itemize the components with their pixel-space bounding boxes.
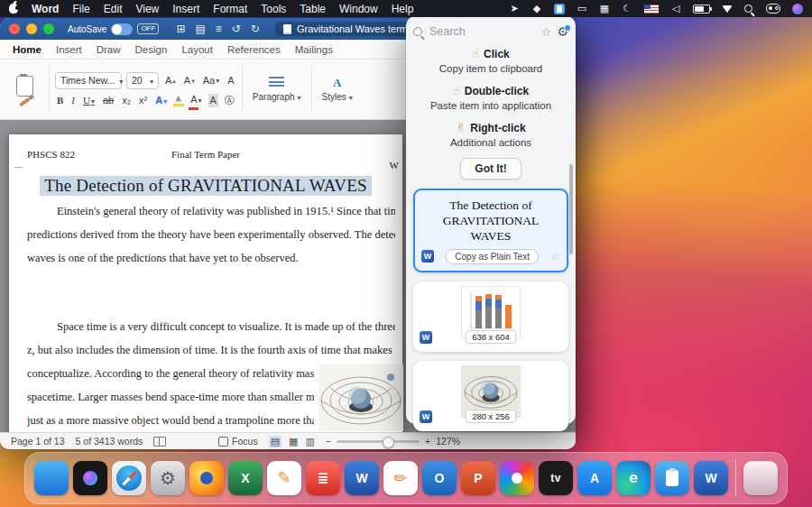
battery-icon[interactable]	[693, 5, 710, 14]
page-count[interactable]: Page 1 of 13	[11, 436, 65, 447]
menu-format[interactable]: Format	[213, 3, 247, 15]
dock-trash[interactable]	[743, 461, 778, 495]
us-flag-icon[interactable]	[644, 5, 659, 14]
dock-excel[interactable]: X	[228, 461, 263, 495]
redo-icon[interactable]: ↻	[251, 23, 260, 35]
menu-edit[interactable]: Edit	[104, 3, 123, 15]
outline-view-button[interactable]: ▥	[305, 436, 314, 447]
cursor-icon[interactable]: ➤	[509, 3, 520, 14]
dock-pencil-app[interactable]: ✏	[383, 461, 418, 495]
do-not-disturb-moon-icon[interactable]: ☾	[622, 3, 632, 14]
dock-paste[interactable]	[655, 461, 689, 495]
panel-scrollbar[interactable]	[569, 164, 573, 254]
save-icon[interactable]: ▤	[195, 23, 205, 35]
zoom-slider-knob[interactable]	[383, 437, 394, 448]
copy-as-plain-text-button[interactable]: Copy as Plain Text	[446, 249, 539, 264]
dock-safari[interactable]	[112, 461, 146, 495]
view-switch-icon[interactable]: ⊞	[176, 23, 185, 35]
menu-file[interactable]: File	[72, 3, 89, 15]
wifi-icon[interactable]	[722, 5, 733, 18]
paste-button[interactable]	[16, 76, 33, 97]
font-size-select[interactable]: 20	[126, 72, 159, 89]
dock-app-store[interactable]: A	[577, 461, 612, 495]
dock-siri[interactable]	[73, 461, 107, 495]
text-effects-button[interactable]: A	[153, 94, 169, 108]
font-name-select[interactable]: Times New...	[55, 72, 122, 89]
dock-finder[interactable]	[34, 461, 69, 495]
dock-apple-tv[interactable]: tv	[539, 461, 573, 495]
paragraph-group-button[interactable]: Paragraph	[248, 62, 306, 116]
got-it-button[interactable]: Got It!	[460, 158, 521, 180]
volume-icon[interactable]: ◁	[670, 3, 681, 14]
dock-edge[interactable]: e	[616, 461, 651, 495]
proofing-icon[interactable]	[153, 437, 166, 447]
character-shading-button[interactable]: A	[208, 94, 218, 107]
close-button[interactable]	[9, 23, 20, 34]
tab-references[interactable]: References	[227, 44, 281, 55]
favorite-star-icon[interactable]: ☆	[550, 250, 560, 263]
superscript-button[interactable]: x²	[137, 94, 149, 107]
menu-view[interactable]: View	[135, 3, 159, 15]
grow-font-button[interactable]: A	[163, 74, 178, 88]
gear-icon[interactable]: ⚙	[557, 25, 568, 38]
shrink-font-button[interactable]: A	[182, 74, 197, 88]
minimize-button[interactable]	[26, 23, 37, 34]
dock-word-2[interactable]: W	[694, 461, 728, 495]
document-page[interactable]: PHSCS 822 Final Term Paper W The Detecti…	[9, 134, 402, 432]
shortcuts-icon[interactable]: ◆	[531, 3, 542, 14]
favorites-star-icon[interactable]: ☆	[541, 25, 552, 39]
zoom-percentage[interactable]: 127%	[436, 436, 460, 447]
tab-mailings[interactable]: Mailings	[295, 44, 333, 55]
bold-button[interactable]: B	[55, 94, 65, 107]
undo-icon[interactable]: ↺	[232, 23, 241, 35]
tab-home[interactable]: Home	[13, 44, 42, 55]
autosave-toggle[interactable]	[111, 23, 133, 35]
clear-formatting-button[interactable]: A	[226, 74, 235, 88]
dock-pdf-app[interactable]: ≣	[306, 461, 340, 495]
paste-menubar-icon[interactable]	[554, 4, 565, 14]
strikethrough-button[interactable]: ab	[101, 94, 115, 107]
dock-powerpoint[interactable]: P	[461, 461, 495, 495]
zoom-out-button[interactable]: −	[326, 436, 331, 447]
word-count[interactable]: 5 of 3413 words	[76, 436, 143, 447]
font-color-button[interactable]: A	[189, 93, 203, 109]
zoom-button[interactable]	[43, 23, 54, 34]
clipboard-item-spacetime-image[interactable]: 280 x 256 W	[413, 361, 568, 431]
subscript-button[interactable]: x₂	[120, 94, 133, 107]
siri-icon[interactable]	[792, 4, 803, 14]
stats-icon[interactable]: ▦	[599, 3, 610, 14]
menu-window[interactable]: Window	[339, 3, 378, 15]
format-painter-icon[interactable]	[19, 97, 31, 106]
tab-insert[interactable]: Insert	[56, 44, 82, 55]
menu-tools[interactable]: Tools	[261, 3, 286, 15]
control-center-icon[interactable]	[766, 4, 780, 14]
menu-insert[interactable]: Insert	[172, 3, 199, 15]
dock-outlook[interactable]: O	[422, 461, 457, 495]
dock-pages[interactable]: ✎	[267, 461, 301, 495]
menu-app-name[interactable]: Word	[32, 3, 59, 15]
search-input[interactable]	[428, 24, 536, 39]
web-layout-view-button[interactable]: ▦	[289, 436, 298, 447]
tab-layout[interactable]: Layout	[181, 44, 213, 55]
highlight-color-button[interactable]	[173, 96, 184, 106]
print-icon[interactable]: ≡	[216, 23, 222, 35]
focus-button[interactable]: Focus	[218, 436, 258, 447]
styles-group-button[interactable]: Styles	[318, 62, 357, 116]
print-layout-view-button[interactable]: ▤	[269, 436, 281, 447]
tab-design[interactable]: Design	[135, 44, 168, 55]
menu-help[interactable]: Help	[392, 3, 414, 15]
italic-button[interactable]: I	[69, 94, 77, 107]
menu-table[interactable]: Table	[300, 3, 326, 15]
tab-draw[interactable]: Draw	[97, 44, 121, 55]
dock-system-preferences[interactable]: ⚙	[151, 461, 185, 495]
clipboard-item-chart-image[interactable]: 638 x 604 W	[413, 281, 568, 352]
clipboard-item-text[interactable]: The Detection of GRAVITATIONAL WAVES W C…	[413, 189, 568, 272]
apple-menu-icon[interactable]	[9, 4, 18, 14]
zoom-slider[interactable]	[337, 440, 420, 443]
spotlight-icon[interactable]	[744, 5, 752, 13]
dock-firefox[interactable]	[189, 461, 224, 495]
change-case-button[interactable]: Aa	[201, 73, 221, 88]
underline-button[interactable]: U	[81, 94, 97, 108]
zoom-in-button[interactable]: +	[425, 436, 430, 447]
enclose-characters-button[interactable]: Ⓐ	[223, 94, 236, 107]
